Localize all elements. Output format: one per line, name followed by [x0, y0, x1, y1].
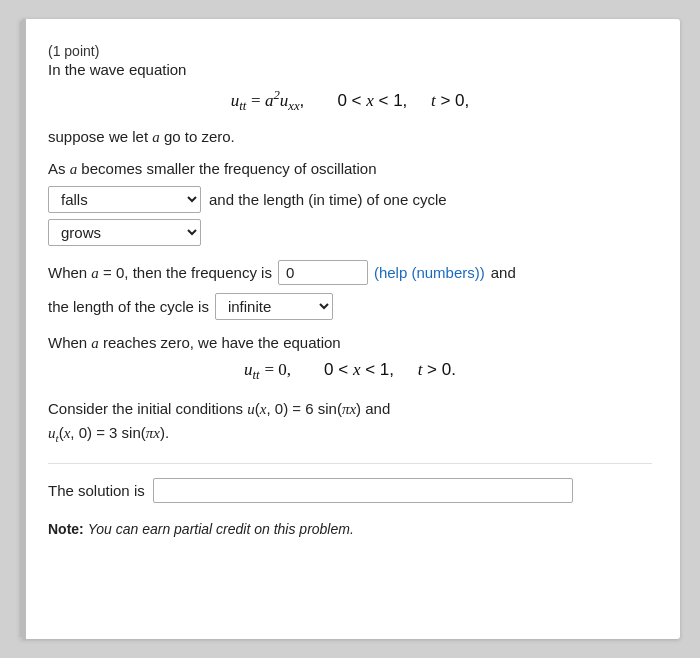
- solution-label: The solution is: [48, 482, 145, 499]
- left-accent-bar: [20, 19, 26, 639]
- eq-comma: ,: [300, 91, 305, 110]
- cycle-length-prefix: the length of the cycle is: [48, 298, 209, 315]
- and-text: and: [491, 264, 516, 281]
- eq2-equals: = 0,: [264, 360, 291, 379]
- dropdown1-suffix: and the length (in time) of one cycle: [209, 191, 447, 208]
- when-reaches-text: When a reaches zero, we have the equatio…: [48, 334, 652, 352]
- note-italic: You can earn partial credit on this prob…: [88, 521, 354, 537]
- when-a-row: When a = 0, then the frequency is (help …: [48, 260, 652, 285]
- help-link[interactable]: (help (numbers)): [374, 264, 485, 281]
- frequency-dropdown[interactable]: falls rises stays the same: [48, 186, 201, 213]
- solution-row: The solution is: [48, 463, 652, 503]
- eq-condition1: 0 < x < 1,: [337, 91, 407, 110]
- cycle-length-select-row: the length of the cycle is infinite zero…: [48, 293, 652, 320]
- as-a-text: As a becomes smaller the frequency of os…: [48, 160, 652, 178]
- cycle-dropdown[interactable]: grows shrinks stays the same: [48, 219, 201, 246]
- solution-input[interactable]: [153, 478, 573, 503]
- when-a-text: When a = 0, then the frequency is: [48, 264, 272, 282]
- intro-text: In the wave equation: [48, 61, 652, 78]
- eq2-lhs: utt: [244, 360, 260, 379]
- cycle-length-row: grows shrinks stays the same: [48, 219, 652, 246]
- eq-condition2: t > 0,: [431, 91, 469, 110]
- eq-equals: =: [251, 91, 265, 110]
- frequency-row: falls rises stays the same and the lengt…: [48, 186, 652, 213]
- suppose-text: suppose we let a go to zero.: [48, 128, 652, 146]
- note-bold: Note:: [48, 521, 84, 537]
- initial-conditions: Consider the initial conditions u(x, 0) …: [48, 397, 652, 447]
- cycle-length-dropdown[interactable]: infinite zero one undefined: [215, 293, 333, 320]
- main-card: (1 point) In the wave equation utt = a2u…: [20, 19, 680, 639]
- wave-equation: utt = a2uxx, 0 < x < 1, t > 0,: [48, 88, 652, 114]
- eq2-condition1: 0 < x < 1,: [324, 360, 394, 379]
- frequency-input[interactable]: [278, 260, 368, 285]
- initial-line2: ut(x, 0) = 3 sin(πx).: [48, 424, 169, 441]
- point-label: (1 point): [48, 43, 652, 59]
- eq-rhs: a2uxx: [265, 91, 300, 110]
- equation2: utt = 0, 0 < x < 1, t > 0.: [48, 360, 652, 383]
- note-section: Note: You can earn partial credit on thi…: [48, 521, 652, 537]
- eq2-condition2: t > 0.: [418, 360, 456, 379]
- initial-line1: Consider the initial conditions u(x, 0) …: [48, 400, 390, 417]
- eq-lhs: utt: [231, 91, 247, 110]
